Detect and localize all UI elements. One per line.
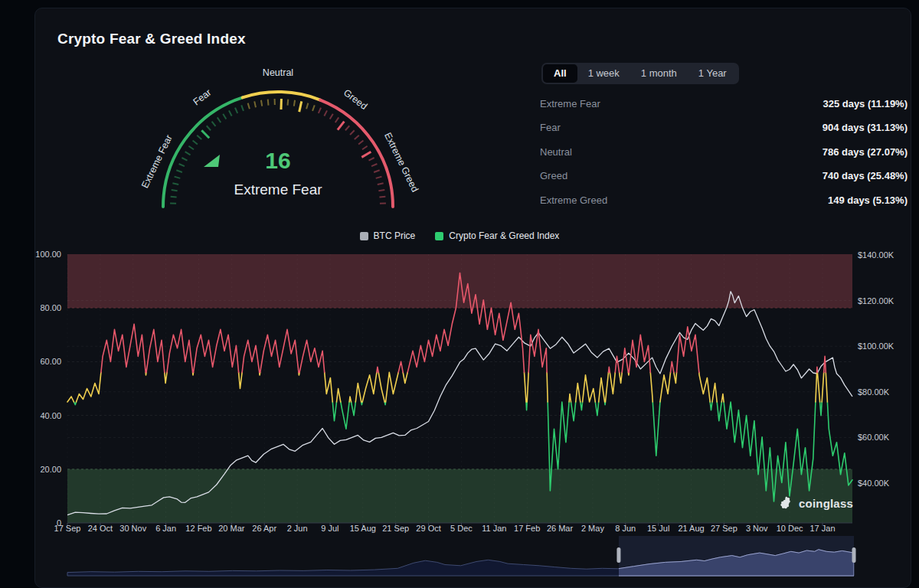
fear-greed-swatch-icon [435,232,443,240]
svg-text:100.00: 100.00 [35,250,61,259]
range-tabs: All 1 week 1 month 1 Year [541,63,739,84]
stat-label: Fear [540,122,561,133]
stat-row-extreme-greed: Extreme Greed 149 days (5.13%) [540,191,908,208]
svg-text:$60.00K: $60.00K [858,433,890,442]
stat-label: Extreme Greed [540,194,607,206]
svg-text:15 Aug: 15 Aug [350,524,376,533]
extreme-greed-band [67,254,852,308]
fear-greed-price-chart[interactable]: 100.0080.0060.0040.0020.000$140.00K$120.… [0,243,919,536]
tab-1-week[interactable]: 1 week [577,64,630,83]
svg-text:$140.00K: $140.00K [858,250,894,260]
svg-text:10 Dec: 10 Dec [777,524,803,533]
stat-value: 740 days (25.48%) [823,170,908,181]
stat-label: Neutral [540,146,572,158]
svg-text:2 Jun: 2 Jun [287,524,308,533]
svg-text:17 Feb: 17 Feb [514,524,540,533]
svg-text:20 Mar: 20 Mar [218,524,245,533]
svg-text:$80.00K: $80.00K [858,387,890,397]
chart-legend: BTC Price Crypto Fear & Greed Index [0,230,919,241]
svg-text:$40.00K: $40.00K [858,479,890,488]
svg-text:9 Jul: 9 Jul [321,524,338,533]
stat-label: Extreme Fear [540,98,600,109]
stat-label: Greed [540,170,567,181]
stat-value: 149 days (5.13%) [828,194,908,206]
svg-text:17 Jan: 17 Jan [809,524,835,533]
svg-text:17 Sep: 17 Sep [54,524,81,533]
stat-value: 786 days (27.07%) [823,146,908,158]
svg-text:2 May: 2 May [581,524,604,533]
threshold-bands [67,254,852,523]
stat-value: 904 days (31.13%) [823,122,908,133]
svg-text:15 Jul: 15 Jul [647,524,669,533]
tab-1-month[interactable]: 1 month [630,64,688,83]
legend-item-fear-greed[interactable]: Crypto Fear & Greed Index [435,230,559,241]
svg-text:30 Nov: 30 Nov [119,524,146,533]
svg-text:20.00: 20.00 [40,465,61,474]
navigator-handle-right[interactable] [852,547,856,563]
gauge-classification: Extreme Fear [201,181,355,198]
stat-value: 325 days (11.19%) [823,98,908,109]
svg-text:8 Jun: 8 Jun [615,524,636,533]
svg-text:21 Aug: 21 Aug [678,524,704,533]
legend-item-btc-price[interactable]: BTC Price [360,230,416,241]
legend-label: Crypto Fear & Greed Index [449,230,559,241]
extreme-fear-band [67,469,852,523]
svg-text:$120.00K: $120.00K [858,296,894,305]
tab-all[interactable]: All [543,64,577,83]
coinglass-logo-icon [778,495,794,511]
svg-text:$100.00K: $100.00K [858,341,894,351]
svg-text:12 Feb: 12 Feb [185,524,211,533]
svg-text:40.00: 40.00 [40,411,61,420]
gauge-value: 16 [217,148,339,174]
svg-text:27 Sep: 27 Sep [711,524,737,533]
svg-text:26 Mar: 26 Mar [547,524,574,533]
coinglass-watermark: coinglass [778,495,853,511]
chart-navigator[interactable] [0,534,919,580]
stat-row-fear: Fear 904 days (31.13%) [540,119,908,136]
classification-stats: Extreme Fear 325 days (11.19%) Fear 904 … [540,95,908,216]
stat-row-neutral: Neutral 786 days (27.07%) [540,143,908,160]
svg-text:11 Jan: 11 Jan [482,524,506,533]
svg-text:5 Dec: 5 Dec [450,524,473,533]
watermark-text: coinglass [799,497,853,510]
page-title: Crypto Fear & Greed Index [57,31,246,47]
stat-row-extreme-fear: Extreme Fear 325 days (11.19%) [540,95,908,112]
svg-text:21 Sep: 21 Sep [382,524,409,533]
svg-text:24 Oct: 24 Oct [88,524,113,533]
svg-text:29 Oct: 29 Oct [416,524,440,533]
btc-price-swatch-icon [360,232,368,240]
navigator-handle-left[interactable] [616,547,620,563]
gauge-label-neutral: Neutral [263,67,293,78]
stat-row-greed: Greed 740 days (25.48%) [540,168,908,185]
svg-text:80.00: 80.00 [40,303,61,312]
svg-text:6 Jan: 6 Jan [155,524,176,533]
svg-text:60.00: 60.00 [40,357,61,366]
svg-text:26 Apr: 26 Apr [252,524,276,533]
legend-label: BTC Price [374,230,416,241]
neutral-zone [243,92,321,100]
tab-1-year[interactable]: 1 Year [688,64,737,83]
fear-greed-line-yellow [67,372,827,402]
svg-text:3 Nov: 3 Nov [746,524,768,533]
